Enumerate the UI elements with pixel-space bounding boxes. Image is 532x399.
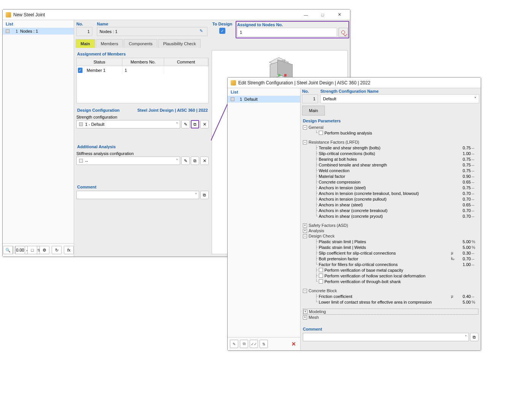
checkbox[interactable] <box>319 131 323 135</box>
param-row[interactable]: ├Plastic strain limit | Plates5.00% <box>303 239 478 244</box>
tree-mesh[interactable]: +Mesh <box>303 315 478 320</box>
tool-units[interactable]: 0.00 <box>15 246 25 254</box>
pick-nodes-button[interactable] <box>339 28 348 37</box>
tool-filter[interactable]: ⚙ <box>40 246 49 254</box>
delete-config-button[interactable]: ✕ <box>200 120 209 128</box>
param-row[interactable]: ├Anchors in shear (concrete breakout)0.7… <box>303 207 478 213</box>
list-item-swatch <box>6 29 10 33</box>
to-design-checkbox[interactable] <box>219 28 225 34</box>
perform-buckling-row[interactable]: └Perform buckling analysis <box>303 130 478 136</box>
tab-bar: Main Members Components Plausibility Che… <box>75 39 349 48</box>
tool-refresh[interactable]: ↻ <box>52 246 62 254</box>
tree-modeling[interactable]: +Modeling <box>303 309 478 315</box>
tab-main[interactable]: Main <box>76 39 95 48</box>
maximize-button[interactable]: □ <box>315 10 330 19</box>
param-row[interactable]: ├Bolt pretension factorkₚ0.70-- <box>303 256 478 261</box>
no-field[interactable]: 1 <box>76 27 92 36</box>
param-row[interactable]: ├Weld connection0.75-- <box>303 168 478 173</box>
param-row[interactable]: ├Bearing at bolt holes0.75-- <box>303 156 478 162</box>
tree-general[interactable]: −General <box>303 125 478 130</box>
list-pane: List 1 Nodes : 1 ✎ ⧉ ✓✓ ⇅ ✕ <box>3 20 74 256</box>
list-item-swatch <box>231 97 234 101</box>
name-field[interactable]: Default ˅ <box>320 94 479 103</box>
checkbox[interactable] <box>319 279 323 283</box>
param-row[interactable]: ├Friction coefficientμ0.40-- <box>303 293 478 299</box>
strength-label: Strength configuration <box>76 114 209 120</box>
param-row[interactable]: ├Anchors in tension (steel)0.75-- <box>303 185 478 190</box>
tree-safety-factors[interactable]: +Safety Factors (ASD) <box>303 223 478 228</box>
comment-title: Comment <box>303 325 478 333</box>
comment-title: Comment <box>76 183 209 191</box>
col-members-no: Members No. <box>122 58 164 66</box>
comment-copy-button[interactable]: ⧉ <box>470 333 478 341</box>
tab-main[interactable]: Main <box>302 106 325 116</box>
param-row[interactable]: ├Concrete compression0.65-- <box>303 179 478 185</box>
param-row[interactable]: ├Plastic strain limit | Welds5.00% <box>303 244 478 250</box>
tree-analysis[interactable]: +Analysis <box>303 228 478 233</box>
new-stiffness-button[interactable]: ✎ <box>181 157 190 165</box>
edit-name-icon[interactable]: ✎ <box>200 28 206 35</box>
stiffness-dropdown[interactable]: --˅ <box>76 157 180 165</box>
new-button[interactable]: ✎ <box>230 340 238 348</box>
param-row[interactable]: ├Anchors in tension (concrete pullout)0.… <box>303 196 478 202</box>
param-row[interactable]: ├Tensile and shear strength (bolts)0.75-… <box>303 145 478 150</box>
assigned-field[interactable] <box>237 28 337 37</box>
chevron-down-icon: ˅ <box>176 158 178 163</box>
tool-view[interactable]: □ <box>27 246 37 254</box>
tree-design-check[interactable]: −Design Check <box>303 233 478 239</box>
tree-concrete-block[interactable]: −Concrete Block <box>303 288 478 293</box>
member-row[interactable]: Member 1 1 <box>77 66 208 74</box>
param-row[interactable]: └Anchors in shear (concrete pryout)0.70-… <box>303 213 478 219</box>
design-parameters-title: Design Parameters <box>303 117 478 125</box>
tab-members[interactable]: Members <box>96 39 123 48</box>
checkbox[interactable] <box>319 274 323 278</box>
param-row[interactable]: ├Material factor0.90-- <box>303 173 478 179</box>
param-row[interactable]: ├Anchors in shear (steel)0.65-- <box>303 202 478 207</box>
edit-config-button[interactable]: ⧉ <box>191 120 199 128</box>
list-item[interactable]: 1 Nodes : 1 <box>3 28 74 35</box>
dc-check2[interactable]: ├Perform verification of hollow section … <box>303 273 478 279</box>
member-checkbox[interactable] <box>78 68 83 73</box>
sort-button[interactable]: ⇅ <box>260 340 268 348</box>
bottom-toolbar: 🔍 0.00 □ ⚙ ↻ fx <box>3 246 74 254</box>
comment-field[interactable]: ˅ <box>303 333 469 341</box>
copy-button[interactable]: ⧉ <box>240 340 248 348</box>
tool-search[interactable]: 🔍 <box>3 246 13 254</box>
no-label: No. <box>302 89 318 93</box>
check-button[interactable]: ✓✓ <box>250 340 258 348</box>
checkbox[interactable] <box>319 268 323 272</box>
close-button[interactable]: ✕ <box>332 10 347 19</box>
no-field[interactable]: 1 <box>302 94 318 103</box>
list-header: List <box>3 20 74 28</box>
tool-function[interactable]: fx <box>64 246 74 254</box>
param-row[interactable]: ├Combined tensile and shear strength0.75… <box>303 162 478 168</box>
tree-resistance-factors[interactable]: −Resistance Factors (LRFD) <box>303 139 478 145</box>
window-title: Edit Strength Configuration | Steel Join… <box>238 80 478 86</box>
list-item[interactable]: 1 Default <box>228 96 300 103</box>
name-field[interactable]: Nodes : 1 ✎ <box>97 27 207 36</box>
joint-preview-icon <box>270 58 290 78</box>
additional-title: Additional Analysis <box>76 143 209 150</box>
comment-copy-button[interactable]: ⧉ <box>200 191 209 199</box>
param-row[interactable]: ├Anchors in tension (concrete breakout, … <box>303 190 478 196</box>
edit-stiffness-button[interactable]: ⧉ <box>191 157 199 165</box>
titlebar: New Steel Joint — □ ✕ <box>3 10 350 20</box>
param-row[interactable]: ├Slip-critical connections (bolts)1.00-- <box>303 150 478 156</box>
strength-dropdown[interactable]: 1 - Default˅ <box>76 120 180 128</box>
param-row[interactable]: └Factor for fillers for slip-critical co… <box>303 261 478 267</box>
dc-check3[interactable]: └Perform verification of through-bolt sh… <box>303 279 478 284</box>
param-row[interactable]: ├Slip coefficient for slip-critical conn… <box>303 250 478 256</box>
comment-field[interactable]: ˅ <box>76 191 199 199</box>
param-row[interactable]: └Lower limit of contact stress for effec… <box>303 299 478 305</box>
tab-plausibility[interactable]: Plausibility Check <box>158 39 201 48</box>
minimize-button[interactable]: — <box>298 10 314 19</box>
delete-button[interactable]: ✕ <box>290 340 298 348</box>
assigned-label: Assigned to Nodes No. <box>237 22 348 27</box>
chevron-down-icon: ˅ <box>195 193 197 198</box>
new-config-button[interactable]: ✎ <box>181 120 190 128</box>
delete-stiffness-button[interactable]: ✕ <box>200 157 209 165</box>
col-comment: Comment <box>164 58 208 66</box>
name-label: Strength Configuration Name <box>320 89 479 93</box>
tab-components[interactable]: Components <box>124 39 157 48</box>
dc-check1[interactable]: ├Perform verification of base metal capa… <box>303 267 478 273</box>
